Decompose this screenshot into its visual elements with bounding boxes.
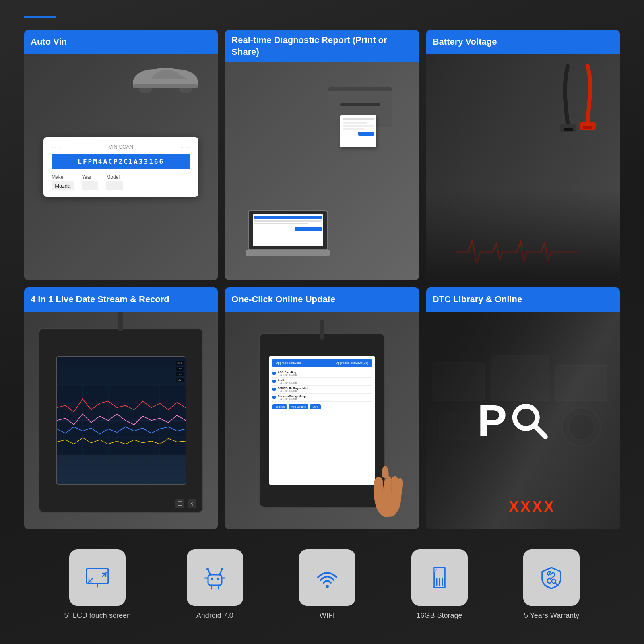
- paper-line-4: [343, 128, 365, 130]
- update-screen: Upgrade software Upgraded software(75) A…: [269, 356, 375, 485]
- live-stream-label: 4 In 1 Live Date Stream & Record: [24, 287, 218, 312]
- update-device: Upgrade software Upgraded software(75) A…: [259, 333, 385, 508]
- vin-make-label: Make: [52, 174, 74, 180]
- wifi-label: WIFI: [320, 611, 335, 620]
- feature-card-battery: Battery Voltage: [426, 30, 620, 280]
- screen-btn: [295, 227, 322, 231]
- update-item-name-1: ABS Bleeding ...011/214-550MB: [278, 371, 372, 376]
- svg-line-32: [219, 570, 222, 575]
- live-stream-image: 100.2 1.8% 25ms 1.0v: [24, 312, 218, 529]
- vin-make-field: Make Mazda: [52, 174, 74, 190]
- update-item-1: ABS Bleeding ...011/214-550MB: [272, 369, 372, 378]
- feature-icon-android: Android 7.0: [187, 549, 243, 620]
- screen-header-bar: [254, 216, 322, 219]
- vin-model-field: Model: [106, 174, 123, 190]
- svg-point-35: [217, 578, 219, 580]
- stop-button[interactable]: Stop: [310, 404, 320, 409]
- vin-scan-dots-left: ··· ···: [52, 144, 62, 150]
- vin-scan-text: VIN SCAN: [109, 144, 133, 150]
- car-silhouette-icon: [125, 62, 206, 94]
- app-update-button[interactable]: App Update: [289, 404, 308, 409]
- auto-vin-label: Auto Vin: [24, 30, 218, 54]
- screen-line-1: [254, 220, 322, 222]
- engine-fade: [426, 190, 620, 280]
- screen-line-2: [254, 223, 308, 224]
- update-header-left: Upgrade software: [276, 361, 301, 365]
- page-wrapper: Auto Vin ··· ···: [0, 0, 644, 644]
- feature-icon-storage: 16GB Storage: [411, 549, 468, 620]
- vin-model-label: Model: [106, 174, 123, 180]
- scanner-buttons: [175, 499, 196, 508]
- jumper-cables-icon: [555, 62, 604, 134]
- scanner-connector-top: [118, 312, 123, 331]
- printer-slot: [340, 103, 380, 106]
- back-icon: [190, 501, 194, 506]
- svg-rect-29: [208, 575, 222, 585]
- feature-icon-lcd: 5" LCD touch screen: [64, 549, 130, 620]
- laptop-printer-visual: [239, 79, 404, 264]
- update-cable-top: [320, 320, 324, 340]
- feature-card-dtc: DTC Library & Online: [426, 287, 620, 529]
- graph-item-2: 1.8%: [176, 367, 184, 371]
- update-label: One-Click Online Update: [225, 287, 419, 312]
- paper-line-1: [343, 118, 374, 120]
- vin-year-field: Year: [82, 174, 98, 190]
- bottom-section: 5" LCD touch screen: [24, 541, 620, 628]
- printer-paper: [340, 115, 376, 147]
- update-screen-header: Upgrade software Upgraded software(75): [272, 359, 372, 367]
- top-accent: [24, 16, 56, 18]
- android-label: Android 7.0: [196, 611, 233, 620]
- update-item-name-4: Chrysler/Dodge/Jeep ...011/214-550MB: [278, 395, 372, 400]
- scanner-device: 100.2 1.8% 25ms 1.0v: [39, 328, 203, 513]
- svg-line-30: [208, 570, 211, 575]
- diagnostic-image: [225, 62, 419, 280]
- update-checkbox-4: [272, 396, 276, 399]
- paper-button: [358, 132, 374, 136]
- update-buttons: Refresh App Update Stop: [272, 404, 372, 409]
- battery-label: Battery Voltage: [426, 30, 620, 54]
- update-item-name-2: Audi ...011/214-550MB: [278, 379, 372, 384]
- refresh-button[interactable]: Refresh: [272, 404, 287, 409]
- laptop-screen-content: [253, 214, 323, 246]
- paper-line-2: [343, 122, 367, 124]
- scanner-btn-2: [188, 499, 196, 508]
- dtc-p-search-group: P: [477, 398, 549, 443]
- svg-rect-15: [178, 502, 182, 506]
- update-item-3: BMW Rolls Royce Mini ...011/214-550MB: [272, 386, 372, 394]
- svg-point-40: [326, 585, 329, 588]
- svg-rect-4: [583, 126, 592, 129]
- vin-scan-title: ··· ··· VIN SCAN ··· ···: [52, 144, 190, 150]
- update-checkbox-1: [272, 372, 276, 375]
- scanner-screen: 100.2 1.8% 25ms 1.0v: [56, 356, 186, 485]
- vin-model-value: [106, 181, 123, 190]
- svg-line-45: [555, 583, 557, 584]
- feature-card-diagnostic: Real-time Diagnostic Report (Print or Sh…: [225, 30, 419, 280]
- vin-scan-dots-right: ··· ···: [180, 144, 190, 150]
- vin-fields: Make Mazda Year Model: [52, 174, 190, 190]
- vin-scan-box: ··· ··· VIN SCAN ··· ··· LFPM4ACP2C1A331…: [43, 137, 198, 197]
- laptop-base: [246, 250, 330, 256]
- dtc-image: P XXXX: [426, 312, 620, 529]
- dtc-p-letter: P: [477, 398, 507, 443]
- warranty-shield-icon: [537, 564, 566, 592]
- vin-year-label: Year: [82, 174, 98, 180]
- android-icon: [201, 564, 229, 592]
- dtc-search-icon: [509, 400, 549, 441]
- battery-image: [426, 54, 620, 280]
- feature-icon-wifi: WIFI: [299, 549, 355, 620]
- scanner-btn-1: [175, 499, 184, 508]
- graph-svg: [57, 357, 186, 484]
- feature-card-update: One-Click Online Update Upgrade software…: [225, 287, 419, 529]
- svg-line-23: [534, 425, 545, 437]
- update-checkbox-3: [272, 388, 276, 391]
- hand-icon: [367, 465, 403, 517]
- settings-icon: [178, 501, 182, 506]
- lcd-label: 5" LCD touch screen: [64, 611, 130, 620]
- graph-data-display: 100.2 1.8% 25ms 1.0v: [176, 361, 184, 382]
- graph-item-1: 100.2: [176, 361, 184, 365]
- lcd-icon-box: [69, 549, 126, 606]
- lcd-icon: [83, 564, 111, 592]
- svg-point-31: [206, 568, 209, 570]
- hand-touch: [367, 465, 403, 517]
- vin-year-value: [82, 181, 98, 190]
